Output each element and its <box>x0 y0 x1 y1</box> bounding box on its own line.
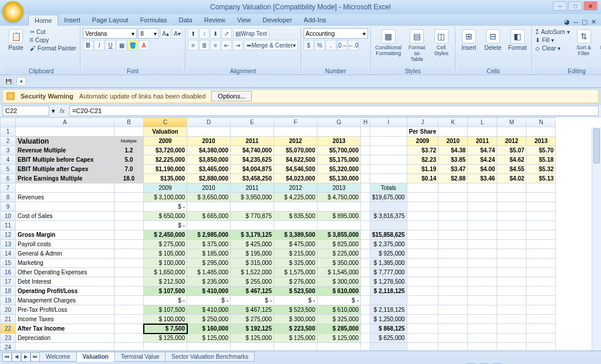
cell-value[interactable]: $ 275,000 <box>144 240 187 249</box>
cell-value[interactable]: $ 235,000 <box>187 277 231 287</box>
cell-value[interactable]: $ 125,000 <box>187 334 231 343</box>
paste-button[interactable]: 📋Paste <box>5 28 27 52</box>
cell-value[interactable]: $ 105,000 <box>144 249 187 258</box>
col-header-E[interactable]: E <box>231 118 274 127</box>
cell-value[interactable] <box>187 202 231 212</box>
ribbon-tab-review[interactable]: Review <box>198 15 231 26</box>
minimize-ribbon-icon[interactable]: ─ <box>573 19 578 26</box>
cell-value[interactable]: $ 3,389,500 <box>274 230 318 240</box>
total-value[interactable]: $ 3,816,375 <box>370 212 407 221</box>
indent-dec-icon[interactable]: ⇤ <box>221 40 232 50</box>
total-value[interactable] <box>370 343 407 351</box>
ribbon-tab-add-ins[interactable]: Add-Ins <box>298 15 332 26</box>
col-header-F[interactable]: F <box>274 118 318 127</box>
cell-value[interactable]: $ 835,500 <box>274 212 318 221</box>
cell-value[interactable] <box>187 343 231 351</box>
col-header-J[interactable]: J <box>407 118 438 127</box>
cell-value[interactable]: $ 7,500 <box>144 324 187 334</box>
cell-value[interactable]: $ - <box>187 296 231 305</box>
sort-filter-button[interactable]: ⇅Sort & Filter <box>573 28 595 57</box>
find-select-button[interactable]: 🔍Find & Select <box>597 28 601 57</box>
align-middle-icon[interactable]: ↕ <box>199 28 210 39</box>
font-name-dropdown[interactable]: Verdana▾ <box>83 28 137 39</box>
sheet-tab-valuation[interactable]: Valuation <box>76 352 115 362</box>
restore-window-icon[interactable]: ▢ <box>582 18 588 26</box>
total-value[interactable]: $15,858,625 <box>370 230 407 240</box>
cell-value[interactable]: $ 665,000 <box>187 212 231 221</box>
total-value[interactable]: $ 2,118,125 <box>370 287 407 296</box>
cell-value[interactable]: $ 195,000 <box>231 249 274 258</box>
shrink-font-icon[interactable]: A▾ <box>172 28 183 39</box>
cell-value[interactable]: $ 610,000 <box>318 305 361 315</box>
cell-value[interactable]: $ 212,500 <box>144 277 187 287</box>
ribbon-tab-data[interactable]: Data <box>173 15 198 26</box>
fx-icon[interactable]: fx <box>58 107 67 114</box>
maximize-button[interactable]: □ <box>568 1 582 11</box>
font-size-dropdown[interactable]: 8▾ <box>138 28 159 39</box>
cell-value[interactable]: $ 100,000 <box>144 258 187 268</box>
dec-decimal-icon[interactable]: ←.0 <box>348 40 359 50</box>
conditional-formatting-button[interactable]: ▦Conditional Formatting <box>373 28 404 57</box>
number-format-dropdown[interactable]: Accounting▾ <box>303 28 368 39</box>
tab-nav-first-icon[interactable]: ⏮ <box>2 352 12 362</box>
cell-value[interactable]: $ - <box>144 296 187 305</box>
close-button[interactable]: ✕ <box>583 1 597 11</box>
cell-value[interactable]: $ 4,225,000 <box>274 193 318 202</box>
font-color-button[interactable]: A <box>139 40 149 50</box>
cell-value[interactable]: $ 276,000 <box>274 277 318 287</box>
cell-value[interactable]: $ 1,650,000 <box>144 268 187 277</box>
cell-value[interactable]: $ 3,100,000 <box>144 193 187 202</box>
cut-button[interactable]: ✂Cut <box>29 28 77 36</box>
cell-value[interactable]: $ 100,000 <box>144 315 187 324</box>
merge-center-button[interactable]: ⬌ Merge & Center ▾ <box>244 40 298 50</box>
insert-cells-button[interactable]: ⊞Insert <box>458 28 480 52</box>
cell-value[interactable] <box>274 202 318 212</box>
cell-value[interactable] <box>187 221 231 230</box>
office-orb[interactable] <box>2 1 23 22</box>
tab-nav-next-icon[interactable]: ▶ <box>21 352 31 362</box>
cell-value[interactable]: $ 410,000 <box>187 305 231 315</box>
cell-value[interactable]: $ 770,875 <box>231 212 274 221</box>
sheet-tab-welcome[interactable]: Welcome <box>39 352 77 362</box>
comma-icon[interactable]: , <box>326 40 336 50</box>
tab-nav-last-icon[interactable]: ⏭ <box>31 352 40 362</box>
ribbon-tab-view[interactable]: View <box>231 15 257 26</box>
align-left-icon[interactable]: ≡ <box>188 40 198 50</box>
help-icon[interactable]: ◕ <box>564 18 570 26</box>
align-bottom-icon[interactable]: ⬇ <box>210 28 221 39</box>
delete-cells-button[interactable]: ⊟Delete <box>482 28 504 52</box>
cell-value[interactable]: $ 410,000 <box>187 287 231 296</box>
total-value[interactable]: $ 1,250,000 <box>370 315 407 324</box>
cell-value[interactable] <box>274 343 318 351</box>
total-value[interactable] <box>370 202 407 212</box>
cell-value[interactable]: $ 325,000 <box>274 258 318 268</box>
cell-value[interactable]: $ 192,125 <box>231 324 274 334</box>
vertical-scrollbar[interactable] <box>592 127 601 351</box>
minimize-button[interactable]: ─ <box>553 1 567 11</box>
cell-value[interactable]: $ 523,500 <box>274 305 318 315</box>
close-workbook-icon[interactable]: ✕ <box>591 18 596 26</box>
cell-value[interactable]: $ 375,000 <box>187 240 231 249</box>
cell-value[interactable]: $ 350,000 <box>318 258 361 268</box>
cell-value[interactable]: $ 185,000 <box>187 249 231 258</box>
inc-decimal-icon[interactable]: .0→ <box>337 40 347 50</box>
cell-value[interactable]: $ 895,000 <box>318 212 361 221</box>
cell-value[interactable]: $ - <box>231 296 274 305</box>
cell-styles-button[interactable]: ◫Cell Styles <box>430 28 453 57</box>
cell-value[interactable]: $ 3,179,125 <box>231 230 274 240</box>
total-value[interactable]: $ 868,125 <box>370 324 407 334</box>
col-header-G[interactable]: G <box>318 118 361 127</box>
cell-value[interactable] <box>318 202 361 212</box>
cell-value[interactable]: $ 3,650,000 <box>187 193 231 202</box>
cell-value[interactable] <box>231 221 274 230</box>
cell-value[interactable]: $ 285,000 <box>318 324 361 334</box>
save-icon[interactable]: 💾 <box>4 77 13 86</box>
ribbon-tab-developer[interactable]: Developer <box>256 15 298 26</box>
cell-value[interactable]: $ 125,000 <box>318 334 361 343</box>
percent-icon[interactable]: % <box>315 40 325 50</box>
col-header-D[interactable]: D <box>187 118 231 127</box>
ribbon-tab-page-layout[interactable]: Page Layout <box>86 15 134 26</box>
cell-value[interactable]: $ 225,000 <box>318 249 361 258</box>
col-header-M[interactable]: M <box>497 118 526 127</box>
cell-value[interactable]: $ 467,125 <box>231 287 274 296</box>
